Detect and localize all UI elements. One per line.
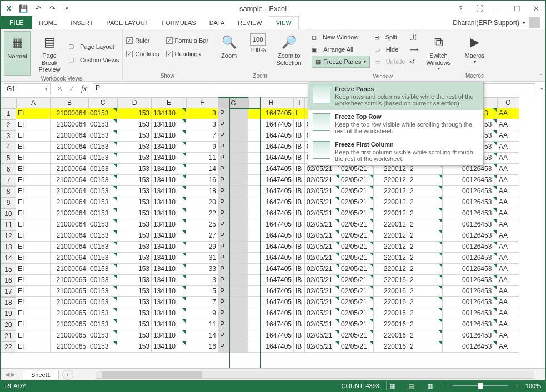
cell[interactable]: 02/05/21 [305, 308, 339, 319]
cell[interactable]: AA [497, 297, 519, 308]
cell[interactable]: P [218, 230, 248, 242]
cell[interactable]: 00126453 [460, 242, 497, 253]
cell[interactable]: EI [16, 108, 51, 119]
normal-view-button[interactable]: ▦ Normal [4, 31, 31, 76]
tab-formulas[interactable]: FORMULAS [156, 16, 203, 29]
cell[interactable]: 153 [117, 108, 152, 119]
column-header[interactable]: E [152, 97, 186, 108]
cell[interactable]: 16 [186, 175, 218, 186]
cell[interactable]: 00126453 [460, 275, 497, 286]
cell[interactable]: 1647405 [248, 208, 294, 219]
cell[interactable]: IB [294, 230, 305, 242]
cell[interactable]: 1647405 [248, 108, 294, 119]
freeze-top-row-option[interactable]: Freeze Top RowKeep the top row visible w… [308, 110, 483, 138]
normal-view-icon[interactable]: ▦ [386, 381, 398, 390]
cell[interactable] [443, 242, 460, 253]
help-icon[interactable]: ? [453, 3, 468, 14]
row-header[interactable]: 17 [1, 286, 16, 297]
cell[interactable]: 00153 [88, 197, 117, 208]
cell[interactable]: 02/05/21 [305, 330, 339, 341]
cell[interactable]: 134110 [152, 230, 186, 242]
cell[interactable]: EI [16, 319, 51, 330]
cell[interactable]: 00153 [88, 153, 117, 164]
cell[interactable] [443, 230, 460, 242]
cell[interactable]: EI [16, 330, 51, 341]
cell[interactable]: IB [294, 130, 305, 142]
cell[interactable]: P [218, 275, 248, 286]
cell[interactable] [443, 341, 460, 353]
macros-button[interactable]: ▶Macros▾ [462, 31, 488, 73]
row-header[interactable]: 3 [1, 130, 16, 142]
cell[interactable]: 1647405 [248, 264, 294, 275]
row-header[interactable]: 15 [1, 264, 16, 275]
cell[interactable]: 21000065 [51, 297, 88, 308]
cell[interactable]: P [218, 242, 248, 253]
cell[interactable] [443, 208, 460, 219]
cell[interactable]: EI [16, 219, 51, 230]
cell[interactable]: AA [497, 153, 519, 164]
cell[interactable]: 1647405 [248, 242, 294, 253]
cell[interactable]: 153 [117, 130, 152, 142]
cell[interactable]: 134110 [152, 330, 186, 341]
row-header[interactable]: 4 [1, 142, 16, 153]
cell[interactable]: 134110 [152, 130, 186, 142]
cell[interactable]: 02/05/21 [305, 219, 339, 230]
cell[interactable]: AA [497, 275, 519, 286]
cell[interactable]: EI [16, 341, 51, 353]
row-header[interactable]: 5 [1, 153, 16, 164]
column-header[interactable]: I [294, 97, 305, 108]
cell[interactable]: 153 [117, 275, 152, 286]
cell[interactable]: 02/05/21 [339, 264, 374, 275]
cell[interactable]: 00153 [88, 142, 117, 153]
cell[interactable]: 02/05/21 [339, 219, 374, 230]
cell[interactable]: 153 [117, 341, 152, 353]
cell[interactable]: 153 [117, 319, 152, 330]
zoom-button[interactable]: 🔍Zoom [216, 31, 242, 73]
cell[interactable]: 1647405 [248, 142, 294, 153]
cell[interactable]: P [218, 286, 248, 297]
cell[interactable]: 21000064 [51, 119, 88, 130]
cell[interactable]: 153 [117, 330, 152, 341]
cell[interactable]: 2 [408, 242, 443, 253]
cell[interactable]: 153 [117, 186, 152, 197]
row-header[interactable]: 12 [1, 230, 16, 242]
enter-formula-icon[interactable]: ✓ [66, 83, 77, 94]
cell[interactable]: 2 [408, 264, 443, 275]
cell[interactable]: 2 [408, 297, 443, 308]
cell[interactable]: 11 [186, 319, 218, 330]
cell[interactable]: 22 [186, 208, 218, 219]
cell[interactable]: 21000064 [51, 208, 88, 219]
cell[interactable]: IB [294, 219, 305, 230]
cell[interactable]: 00153 [88, 286, 117, 297]
cell[interactable]: 02/05/21 [305, 197, 339, 208]
cell[interactable]: 21000064 [51, 242, 88, 253]
cell[interactable] [443, 175, 460, 186]
cell[interactable]: 2 [408, 253, 443, 264]
cell[interactable]: 02/05/21 [339, 175, 374, 186]
tab-view[interactable]: VIEW [269, 16, 299, 29]
cell[interactable]: EI [16, 197, 51, 208]
cell[interactable]: 21000065 [51, 286, 88, 297]
column-header[interactable]: O [497, 97, 519, 108]
cell[interactable]: 1647405 [248, 319, 294, 330]
side-by-side-button[interactable]: ⿲ [410, 31, 419, 43]
cell[interactable]: 21000064 [51, 142, 88, 153]
cell[interactable]: 220012 [374, 230, 408, 242]
cell[interactable]: 00126453 [460, 208, 497, 219]
cell[interactable]: 153 [117, 219, 152, 230]
cell[interactable]: 00153 [88, 175, 117, 186]
cell[interactable]: 00153 [88, 275, 117, 286]
cell[interactable]: IB [294, 175, 305, 186]
cell[interactable]: 21000064 [51, 153, 88, 164]
row-header[interactable]: 8 [1, 186, 16, 197]
cell[interactable]: P [218, 108, 248, 119]
ruler-checkbox[interactable]: ✓Ruler [126, 34, 159, 47]
cell[interactable]: 134110 [152, 286, 186, 297]
save-icon[interactable]: 💾 [17, 2, 29, 14]
row-header[interactable]: 19 [1, 308, 16, 319]
cell[interactable]: EI [16, 253, 51, 264]
cell[interactable] [443, 319, 460, 330]
cell[interactable]: 134110 [152, 175, 186, 186]
cell[interactable]: 02/05/21 [339, 242, 374, 253]
cell[interactable]: 2 [408, 275, 443, 286]
